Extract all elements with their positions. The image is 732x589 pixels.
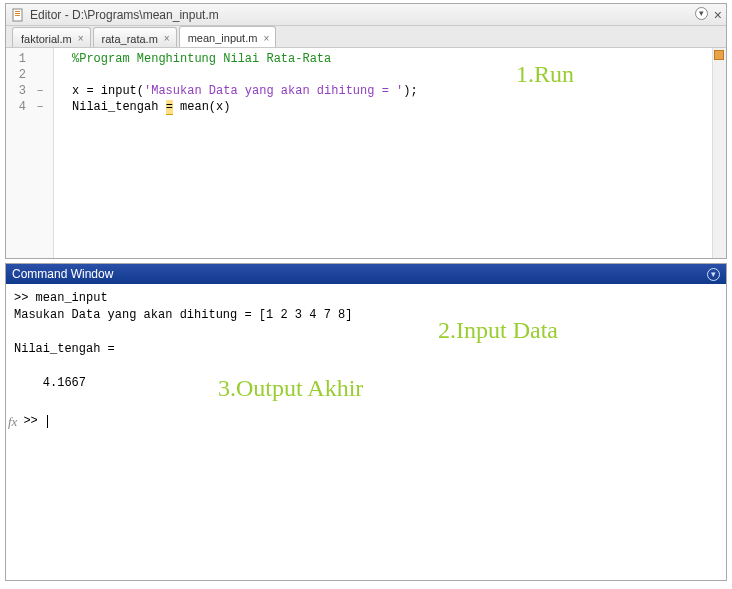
- editor-titlebar: Editor - D:\Programs\mean_input.m ▾ ×: [6, 4, 726, 26]
- dropdown-icon[interactable]: ▾: [695, 7, 708, 20]
- code-comment: %Program Menghintung Nilai Rata-Rata: [72, 52, 331, 66]
- line-gutter: 1 2 3– 4–: [6, 48, 54, 258]
- code-warning-token: =: [166, 100, 173, 115]
- text-cursor: [47, 415, 48, 428]
- fx-icon[interactable]: fx: [8, 413, 17, 430]
- code-token: x = input(: [72, 84, 144, 98]
- editor-title: Editor - D:\Programs\mean_input.m: [30, 8, 695, 22]
- dropdown-icon[interactable]: ▾: [707, 268, 720, 281]
- tab-label: faktorial.m: [21, 33, 72, 45]
- breakpoint-dash[interactable]: [30, 67, 50, 83]
- command-prompt: >>: [23, 413, 45, 430]
- editor-document-icon: [10, 7, 26, 23]
- tab-close-icon[interactable]: ×: [164, 33, 170, 44]
- tab-close-icon[interactable]: ×: [78, 33, 84, 44]
- code-area[interactable]: 1 2 3– 4– %Program Menghintung Nilai Rat…: [6, 48, 726, 258]
- svg-rect-2: [15, 13, 20, 14]
- editor-window-controls: ▾ ×: [695, 7, 722, 23]
- breakpoint-dash[interactable]: –: [30, 83, 50, 99]
- tab-close-icon[interactable]: ×: [263, 33, 269, 44]
- command-output: >> mean_input Masukan Data yang akan dih…: [14, 291, 352, 390]
- line-number: 3: [6, 83, 30, 99]
- svg-rect-1: [15, 11, 20, 12]
- tab-faktorial[interactable]: faktorial.m ×: [12, 27, 91, 47]
- command-titlebar: Command Window ▾: [6, 264, 726, 284]
- annotation-run: 1.Run: [516, 66, 574, 82]
- editor-panel: Editor - D:\Programs\mean_input.m ▾ × fa…: [5, 3, 727, 259]
- annotation-input: 2.Input Data: [438, 322, 558, 339]
- tab-label: rata_rata.m: [102, 33, 158, 45]
- line-number: 1: [6, 51, 30, 67]
- tab-label: mean_input.m: [188, 32, 258, 44]
- editor-tabstrip: faktorial.m × rata_rata.m × mean_input.m…: [6, 26, 726, 48]
- svg-rect-3: [15, 15, 20, 16]
- breakpoint-dash[interactable]: [30, 51, 50, 67]
- command-body[interactable]: >> mean_input Masukan Data yang akan dih…: [6, 284, 726, 580]
- code-message-bar[interactable]: [712, 48, 726, 258]
- code-string: 'Masukan Data yang akan dihitung = ': [144, 84, 403, 98]
- tab-rata-rata[interactable]: rata_rata.m ×: [93, 27, 177, 47]
- code-token: Nilai_tengah: [72, 100, 166, 114]
- close-icon[interactable]: ×: [714, 7, 722, 23]
- code-token: mean(x): [173, 100, 231, 114]
- command-title: Command Window: [12, 267, 707, 281]
- command-window-panel: Command Window ▾ >> mean_input Masukan D…: [5, 263, 727, 581]
- warning-indicator-icon[interactable]: [714, 50, 724, 60]
- line-number: 4: [6, 99, 30, 115]
- line-number: 2: [6, 67, 30, 83]
- command-prompt-row: fx >>: [8, 413, 48, 430]
- code-text[interactable]: %Program Menghintung Nilai Rata-Rata x =…: [54, 48, 712, 258]
- breakpoint-dash[interactable]: –: [30, 99, 50, 115]
- annotation-output: 3.Output Akhir: [218, 380, 363, 397]
- tab-mean-input[interactable]: mean_input.m ×: [179, 26, 277, 47]
- code-token: );: [403, 84, 417, 98]
